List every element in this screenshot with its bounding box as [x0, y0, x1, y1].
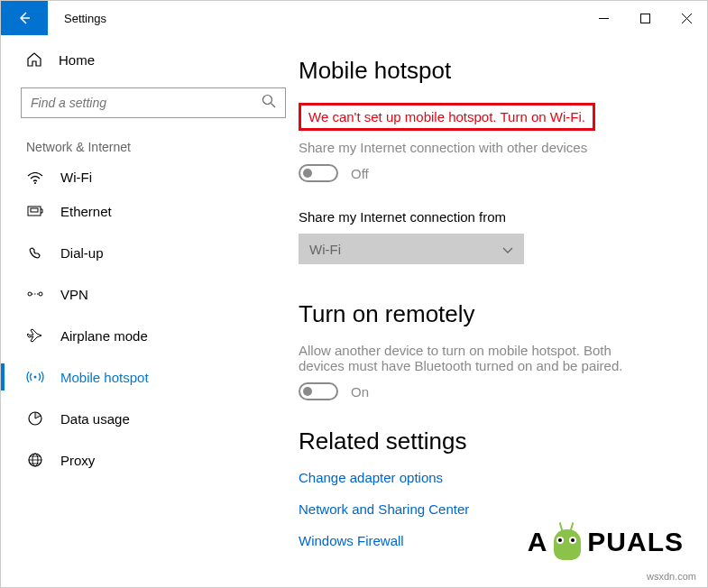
error-message: We can't set up mobile hotspot. Turn on …	[299, 103, 595, 131]
proxy-icon	[26, 452, 44, 468]
sidebar-item-vpn[interactable]: VPN	[1, 273, 299, 315]
nav-label: Data usage	[60, 411, 130, 427]
window-controls	[583, 1, 707, 35]
back-arrow-icon	[15, 9, 33, 27]
remote-heading: Turn on remotely	[299, 300, 680, 328]
svg-point-5	[28, 292, 32, 296]
category-header: Network & Internet	[21, 140, 299, 154]
search-input[interactable]	[31, 96, 262, 110]
share-toggle-state: Off	[351, 166, 369, 181]
link-adapter[interactable]: Change adapter options	[299, 470, 680, 485]
nav-label: Dial-up	[60, 245, 104, 261]
footer-url: wsxdn.com	[647, 571, 696, 582]
maximize-button[interactable]	[624, 1, 666, 35]
home-label: Home	[59, 52, 95, 68]
vpn-icon	[26, 288, 44, 300]
wifi-icon	[26, 172, 44, 185]
ethernet-icon	[26, 204, 44, 218]
main-panel: Mobile hotspot We can't set up mobile ho…	[299, 35, 707, 587]
watermark-text-a: A	[528, 527, 548, 557]
related-heading: Related settings	[299, 427, 680, 455]
nav-label: Proxy	[60, 453, 95, 468]
dialup-icon	[26, 245, 44, 260]
sidebar-item-airplane[interactable]: Airplane mode	[1, 315, 299, 356]
nav-label: Airplane mode	[60, 328, 148, 344]
remote-desc: Allow another device to turn on mobile h…	[299, 343, 632, 373]
sidebar: Home Network & Internet Wi-Fi Ethernet D…	[1, 35, 299, 587]
toggle-knob	[303, 387, 312, 396]
window-title: Settings	[64, 12, 106, 25]
share-from-label: Share my Internet connection from	[299, 209, 680, 225]
nav-label: Ethernet	[60, 204, 112, 219]
sidebar-item-datausage[interactable]: Data usage	[1, 398, 299, 439]
sidebar-item-wifi[interactable]: Wi-Fi	[1, 161, 299, 190]
sidebar-item-ethernet[interactable]: Ethernet	[1, 190, 299, 232]
sidebar-item-dialup[interactable]: Dial-up	[1, 232, 299, 273]
sidebar-item-hotspot[interactable]: Mobile hotspot	[1, 356, 299, 398]
nav-label: Mobile hotspot	[60, 370, 149, 385]
search-box[interactable]	[21, 87, 286, 118]
nav-label: Wi-Fi	[60, 170, 92, 185]
svg-rect-4	[31, 208, 38, 212]
airplane-icon	[26, 327, 44, 344]
mascot-icon	[551, 524, 584, 560]
home-button[interactable]: Home	[21, 51, 299, 68]
svg-point-6	[39, 292, 42, 296]
nav-label: VPN	[60, 287, 88, 302]
sidebar-item-proxy[interactable]: Proxy	[1, 439, 299, 481]
watermark-text-b: PUALS	[587, 527, 684, 557]
datausage-icon	[26, 410, 44, 427]
search-icon	[262, 94, 276, 112]
watermark: A PUALS	[528, 524, 684, 560]
minimize-icon	[599, 14, 609, 23]
remote-toggle-state: On	[351, 384, 369, 400]
svg-point-7	[34, 376, 37, 379]
svg-point-2	[34, 182, 36, 184]
share-from-dropdown[interactable]: Wi-Fi	[299, 234, 524, 264]
svg-rect-0	[640, 14, 649, 23]
hotspot-icon	[26, 369, 44, 385]
page-title: Mobile hotspot	[299, 57, 680, 85]
minimize-button[interactable]	[583, 1, 624, 35]
maximize-icon	[640, 14, 650, 23]
titlebar: Settings	[1, 1, 707, 35]
dropdown-value: Wi-Fi	[309, 242, 341, 257]
link-sharing-center[interactable]: Network and Sharing Center	[299, 501, 680, 517]
remote-toggle[interactable]	[299, 382, 338, 400]
chevron-down-icon	[502, 242, 513, 257]
share-toggle[interactable]	[299, 164, 338, 182]
close-icon	[682, 14, 692, 23]
share-label: Share my Internet connection with other …	[299, 140, 680, 155]
svg-point-1	[263, 96, 272, 105]
home-icon	[26, 51, 42, 68]
nav-list: Wi-Fi Ethernet Dial-up VPN Airplane mode…	[1, 161, 299, 481]
close-button[interactable]	[666, 1, 707, 35]
toggle-knob	[303, 169, 312, 178]
back-button[interactable]	[1, 1, 48, 35]
